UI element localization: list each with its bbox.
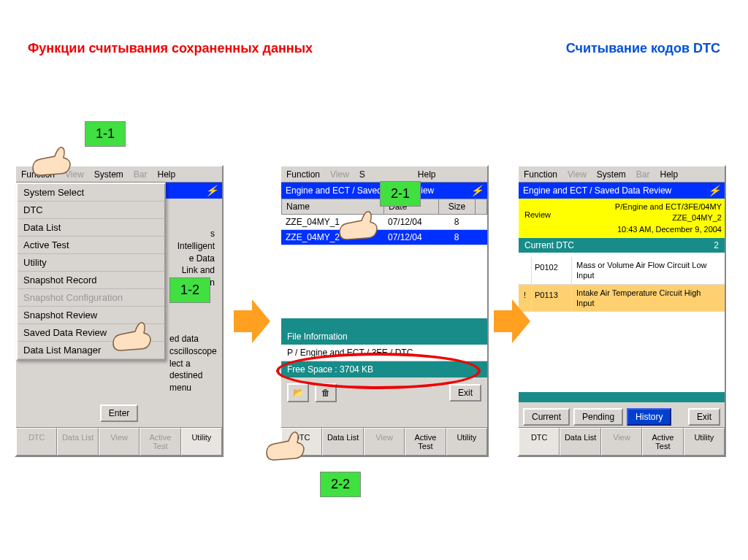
dropdown-item[interactable]: Utility	[18, 254, 164, 272]
menu-view[interactable]: View	[562, 168, 592, 181]
menu-help[interactable]: Help	[153, 168, 181, 181]
bottom-tabs: DTC Data List View Active Test Utility	[519, 427, 725, 456]
dropdown-item[interactable]: DTC	[18, 202, 164, 219]
step-label-1-1: 1-1	[85, 121, 126, 147]
pointing-hand-icon	[263, 423, 314, 467]
file-info-header: File Information	[281, 329, 487, 345]
tab-datalist[interactable]: Data List	[560, 428, 600, 456]
tab-view[interactable]: View	[364, 428, 405, 456]
page-title-right: Считывание кодов DTC	[566, 41, 720, 56]
tab-utility[interactable]: Utility	[684, 428, 725, 456]
dtc-row[interactable]: P0102 Mass or Volume Air Flow Circuit Lo…	[519, 257, 725, 285]
free-space: Free Space : 3704 KB	[281, 361, 487, 377]
arrow-icon	[234, 299, 270, 346]
review-label: Review	[522, 202, 565, 235]
tab-view[interactable]: View	[601, 428, 642, 456]
delete-button[interactable]: 🗑	[315, 383, 337, 402]
menu-bar[interactable]: Bar	[129, 168, 153, 181]
tab-datalist[interactable]: Data List	[322, 428, 363, 456]
bottom-tabs: DTC Data List View Active Test Utility	[16, 427, 222, 456]
empty-area	[519, 312, 725, 392]
step-label-2-2: 2-2	[320, 472, 361, 497]
menu-system[interactable]: System	[592, 168, 631, 181]
teal-divider	[519, 392, 725, 402]
panel-1: Function View System Bar Help ⚡ System S…	[15, 165, 224, 457]
review-line: ZZE_04MY_2	[565, 212, 722, 223]
review-line: P/Engine and ECT/3FE/04MY	[565, 202, 722, 212]
dtc-code: P0102	[532, 257, 572, 284]
titlebar: Engine and ECT / Saved Data Review⚡	[519, 183, 725, 199]
tab-dtc[interactable]: DTC	[519, 428, 560, 456]
bolt-icon: ⚡	[470, 185, 483, 196]
dtc-header: Current DTC2	[519, 238, 725, 253]
dropdown-item-disabled: Snapshot Configuration	[18, 289, 164, 307]
review-line: 10:43 AM, December 9, 2004	[565, 224, 722, 235]
tab-view[interactable]: View	[99, 428, 140, 456]
tab-activetest[interactable]: Active Test	[405, 428, 446, 456]
dropdown-item[interactable]: Data List	[18, 219, 164, 237]
dtc-row-warning[interactable]: ! P0113 Intake Air Temperature Circuit H…	[519, 285, 725, 312]
current-button[interactable]: Current	[523, 408, 570, 426]
tab-utility[interactable]: Utility	[446, 428, 487, 456]
menu-system[interactable]: S	[354, 168, 370, 181]
pointing-hand-icon	[110, 314, 161, 357]
col-size[interactable]: Size	[439, 199, 476, 214]
menubar: Function View System Bar Help	[519, 166, 725, 183]
page-title-left: Функции считывания сохраненных данных	[28, 41, 313, 56]
pending-button[interactable]: Pending	[573, 408, 623, 426]
step-label-1-2: 1-2	[169, 277, 210, 303]
tab-datalist[interactable]: Data List	[57, 428, 98, 456]
menu-system[interactable]: System	[89, 168, 129, 181]
bolt-icon: ⚡	[205, 185, 218, 196]
tab-utility[interactable]: Utility	[181, 428, 222, 456]
tab-dtc[interactable]: DTC	[16, 428, 57, 456]
history-button[interactable]: History	[627, 408, 671, 426]
menu-bar[interactable]: Bar	[631, 168, 655, 181]
panel-3: Function View System Bar Help Engine and…	[517, 165, 726, 457]
dtc-code: P0113	[532, 285, 572, 312]
enter-button[interactable]: Enter	[100, 404, 139, 422]
menu-function[interactable]: Function	[281, 168, 325, 181]
menubar: Function View S Help	[281, 166, 487, 183]
dropdown-item[interactable]: Snapshot Record	[18, 272, 164, 289]
exit-button[interactable]: Exit	[449, 384, 481, 402]
pointing-hand-icon	[29, 139, 80, 182]
file-info-path: P / Engine and ECT / 3FE / DTC	[281, 345, 487, 361]
menu-help[interactable]: Help	[413, 168, 441, 181]
dtc-desc: Intake Air Temperature Circuit High Inpu…	[572, 285, 725, 312]
dtc-desc: Mass or Volume Air Flow Circuit Low Inpu…	[572, 257, 725, 284]
dropdown-item[interactable]: System Select	[18, 184, 164, 202]
bolt-icon: ⚡	[708, 185, 720, 196]
review-info: Review P/Engine and ECT/3FE/04MY ZZE_04M…	[519, 199, 725, 238]
empty-rows	[281, 245, 487, 318]
menu-help[interactable]: Help	[655, 168, 684, 181]
menu-view[interactable]: View	[325, 168, 354, 181]
exit-button[interactable]: Exit	[688, 408, 720, 426]
open-folder-button[interactable]: 📂	[287, 383, 309, 402]
tab-activetest[interactable]: Active Test	[642, 428, 683, 456]
menu-function[interactable]: Function	[519, 168, 562, 181]
dropdown-item[interactable]: Active Test	[18, 237, 164, 254]
pointing-hand-icon	[336, 203, 387, 246]
arrow-icon	[494, 299, 530, 346]
tab-activetest[interactable]: Active Test	[140, 428, 180, 456]
teal-divider	[281, 318, 487, 329]
